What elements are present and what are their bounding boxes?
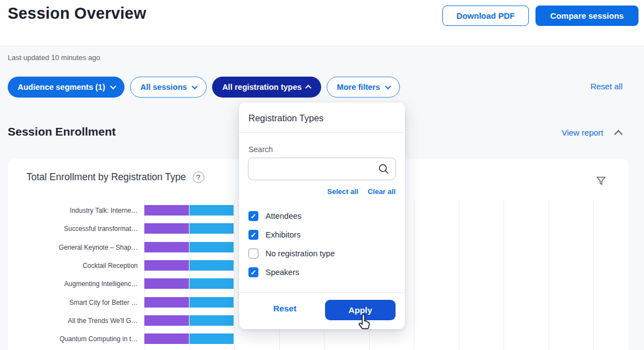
- checkbox-checked-icon[interactable]: ✓: [248, 211, 258, 221]
- bar-segment-registration-type-purple: [144, 242, 189, 252]
- bar-segment-registration-type-blue: [190, 260, 234, 271]
- section-title: Session Enrollment: [8, 125, 116, 138]
- bar-category-label: Cocktail Reception: [83, 262, 138, 270]
- checkbox-option-no-registration-type[interactable]: No registration type: [248, 248, 335, 259]
- checkbox-label: Attendees: [266, 212, 301, 220]
- chevron-down-icon: [110, 83, 116, 89]
- cursor-pointer: [356, 314, 371, 333]
- checkbox-checked-icon[interactable]: ✓: [248, 267, 258, 277]
- view-report-group: View report: [561, 128, 621, 137]
- bar-segment-registration-type-purple: [144, 297, 189, 308]
- clear-all-link[interactable]: Clear all: [367, 187, 396, 196]
- checkbox-label: No registration type: [266, 249, 335, 258]
- select-all-link[interactable]: Select all: [327, 187, 358, 196]
- filter-pill-more-filters[interactable]: More filters: [327, 77, 400, 98]
- dropdown-title: Registration Types: [248, 113, 323, 123]
- filter-pill-all-sessions[interactable]: All sessions: [130, 77, 207, 98]
- page-header: Session Overview Download PDF Compare se…: [0, 0, 644, 46]
- chevron-up-icon: [305, 85, 311, 91]
- bar-category-label: Successful transformat…: [64, 225, 138, 233]
- filter-pill-all-registration-types[interactable]: All registration types: [212, 77, 321, 98]
- view-report-link[interactable]: View report: [561, 128, 603, 137]
- search-icon[interactable]: [378, 163, 389, 177]
- bar-segment-registration-type-blue: [190, 242, 234, 252]
- filter-bar: Audience segments (1)All sessionsAll reg…: [8, 77, 400, 98]
- bar-segment-registration-type-blue: [190, 315, 234, 326]
- bar-segment-registration-type-blue: [190, 278, 234, 289]
- chart-filter-icon[interactable]: [595, 175, 607, 189]
- collapse-section-chevron-up-icon[interactable]: [614, 130, 623, 139]
- checkbox-option-exhibitors[interactable]: ✓Exhibitors: [248, 229, 301, 240]
- bar-segment-registration-type-purple: [144, 205, 189, 216]
- bar-segment-registration-type-purple: [144, 260, 189, 271]
- bar-category-label: Augmenting Intelligenc…: [64, 280, 138, 288]
- bar-segment-registration-type-blue: [190, 333, 234, 344]
- session-overview-page: Session Overview Download PDF Compare se…: [0, 0, 644, 350]
- page-title: Session Overview: [8, 4, 146, 23]
- filter-pill-label: All sessions: [140, 83, 187, 91]
- chevron-down-icon: [385, 83, 391, 89]
- bar-segment-registration-type-blue: [190, 223, 234, 234]
- filter-pill-audience-segments-1-[interactable]: Audience segments (1): [8, 77, 125, 98]
- checkbox-option-attendees[interactable]: ✓Attendees: [248, 211, 301, 222]
- chevron-down-icon: [192, 83, 198, 89]
- chart-bar-row: Quantum Computing in t…: [8, 333, 629, 344]
- divider: [239, 132, 405, 133]
- checkbox-label: Speakers: [266, 268, 299, 277]
- registration-types-dropdown: Registration Types Search Select all Cle…: [239, 103, 405, 329]
- search-input[interactable]: [255, 160, 374, 177]
- last-updated-text: Last updated 10 minutes ago: [8, 53, 100, 62]
- bar-category-label: General Keynote – Shap…: [59, 244, 138, 251]
- checkbox-option-speakers[interactable]: ✓Speakers: [248, 267, 299, 278]
- help-icon[interactable]: ?: [193, 171, 204, 183]
- bar-segment-registration-type-purple: [144, 315, 189, 326]
- reset-button[interactable]: Reset: [266, 304, 304, 314]
- bar-segment-registration-type-blue: [190, 297, 234, 308]
- filter-pill-label: All registration types: [222, 83, 301, 91]
- bar-category-label: Smart City for Better …: [69, 299, 138, 306]
- bar-category-label: Quantum Computing in t…: [59, 335, 138, 343]
- checkbox-unchecked-icon[interactable]: [248, 249, 258, 259]
- bar-category-label: Industry Talk: Interne…: [70, 207, 138, 214]
- divider: [239, 292, 405, 293]
- bar-segment-registration-type-purple: [144, 223, 189, 234]
- bar-category-label: All the Trends We'll G…: [68, 317, 138, 325]
- search-box: [248, 158, 396, 180]
- chart-title: Total Enrollment by Registration Type: [26, 171, 186, 183]
- filter-pill-label: Audience segments (1): [18, 83, 105, 91]
- search-label: Search: [248, 145, 273, 154]
- bar-segment-registration-type-purple: [144, 333, 189, 344]
- compare-sessions-button[interactable]: Compare sessions: [535, 6, 638, 26]
- filter-pill-label: More filters: [337, 83, 380, 91]
- checkbox-checked-icon[interactable]: ✓: [248, 230, 258, 240]
- bar-segment-registration-type-blue: [190, 205, 234, 216]
- reset-all-link[interactable]: Reset all: [591, 82, 623, 91]
- bar-segment-registration-type-purple: [144, 278, 189, 289]
- download-pdf-button[interactable]: Download PDF: [442, 6, 529, 26]
- checkbox-label: Exhibitors: [266, 230, 301, 239]
